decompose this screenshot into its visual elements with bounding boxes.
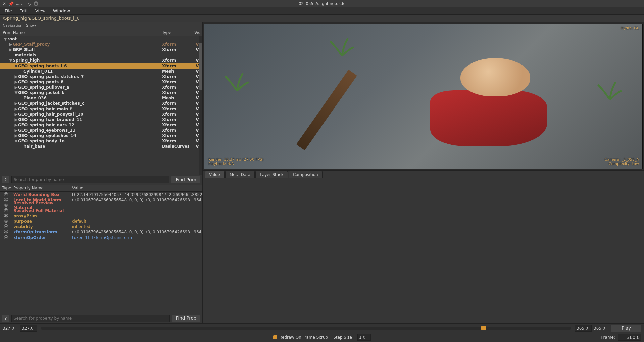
tab-layerstack[interactable]: Layer Stack <box>255 171 288 178</box>
menu-view[interactable]: View <box>32 8 49 14</box>
prop-search-help[interactable]: ? <box>2 315 9 322</box>
frame-input[interactable] <box>618 334 641 341</box>
scrollbar-thumb[interactable] <box>199 43 202 90</box>
tree-row[interactable]: ▶GEO_spring_pullover_aXformV <box>0 85 202 90</box>
property-row[interactable]: ⒸWorld Bounding Box[(-22.149101755044057… <box>0 192 202 197</box>
tree-row[interactable]: ▶GEO_spring_eyebrows_13XformV <box>0 128 202 133</box>
expand-arrow-icon[interactable]: ▶ <box>9 42 13 47</box>
prim-name: GEO_spring_pants_8 <box>18 80 162 84</box>
props-col-name[interactable]: Property Name <box>13 186 72 190</box>
prim-search-help[interactable]: ? <box>2 176 9 183</box>
tree-row[interactable]: ▶GRP_Staff_proxyXformV <box>0 42 202 47</box>
maximize-icon[interactable]: ◇ <box>27 1 32 6</box>
play-button[interactable]: Play <box>611 325 641 332</box>
expand-arrow-icon[interactable]: ▶ <box>14 117 18 122</box>
prim-type: Xform <box>162 63 192 68</box>
expand-arrow-icon[interactable]: ▶ <box>14 112 18 117</box>
tree-col-vis[interactable]: Vis <box>192 30 202 35</box>
tree-body[interactable]: ▼root▶GRP_Staff_proxyXformV▶GRP_StaffXfo… <box>0 36 202 175</box>
tree-row[interactable]: ▶GEO_spring_hair_main_fXformV <box>0 106 202 112</box>
expand-arrow-icon[interactable]: ▶ <box>14 80 18 84</box>
property-row[interactable]: Ⓐpurposedefault <box>0 219 202 224</box>
property-row[interactable]: ⒸResolved Full Material <box>0 208 202 213</box>
tree-row[interactable]: Plane_036MeshV <box>0 95 202 101</box>
tree-row[interactable]: ▼root <box>0 36 202 42</box>
prim-name: Plane_036 <box>23 96 162 100</box>
expand-arrow-icon[interactable]: ▶ <box>9 47 13 52</box>
menu-window[interactable]: Window <box>50 8 73 14</box>
prim-name: Spring_high <box>13 58 162 63</box>
tree-row[interactable]: ▶GEO_spring_jacket_stitches_cXformV <box>0 101 202 106</box>
expand-arrow-icon[interactable]: ▼ <box>14 139 18 143</box>
tree-row[interactable]: hair_baseBasisCurvesV <box>0 144 202 149</box>
tree-row[interactable]: ▼Spring_highXformV <box>0 58 202 63</box>
expand-arrow-icon[interactable]: ▼ <box>14 90 18 95</box>
prim-name: Cylinder_011 <box>23 69 162 74</box>
tree-row[interactable]: ▶GEO_spring_pants_stitches_7XformV <box>0 74 202 79</box>
expand-arrow-icon[interactable]: ▶ <box>14 128 18 133</box>
property-value: default <box>72 219 202 224</box>
property-name: xformOp:transform <box>13 230 72 234</box>
timeline-thumb[interactable] <box>481 326 486 330</box>
timeline-start-input[interactable] <box>20 325 37 332</box>
tree-col-type[interactable]: Type <box>162 30 192 35</box>
step-size-input[interactable] <box>357 334 371 341</box>
property-row[interactable]: ⒶxformOp:transform( (0.01067964266985654… <box>0 229 202 235</box>
property-row[interactable]: ⓇproxyPrim <box>0 213 202 219</box>
expand-arrow-icon[interactable]: ▶ <box>14 133 18 138</box>
chevron-up-icon[interactable]: ︽ <box>15 1 20 6</box>
tree-row[interactable]: ▶GRP_StaffXformV <box>0 47 202 52</box>
expand-arrow-icon[interactable]: ▶ <box>14 123 18 127</box>
menu-file[interactable]: File <box>1 8 15 14</box>
minimize-icon[interactable]: ⌄ <box>20 1 25 6</box>
tree-row[interactable]: ▶GEO_spring_hair_braided_11XformV <box>0 117 202 122</box>
tree-row[interactable]: ▶GEO_spring_hair_ponytail_10XformV <box>0 112 202 117</box>
tree-row[interactable]: ▶GEO_spring_eyelashes_14XformV <box>0 133 202 138</box>
nav-show[interactable]: Show <box>26 23 36 28</box>
tree-row[interactable]: ▶GEO_spring_hair_ears_12XformV <box>0 122 202 128</box>
expand-arrow-icon[interactable]: ▶ <box>14 106 18 111</box>
expand-arrow-icon[interactable]: ▶ <box>14 101 18 106</box>
prim-type: Xform <box>162 112 192 117</box>
viewport-render-stats: Render: 36.37 ms (27.50 FPS) Playback: N… <box>208 157 264 166</box>
property-row[interactable]: ⒶxformOpOrdertoken[1]: [xformOp:transfor… <box>0 235 202 240</box>
expand-arrow-icon[interactable]: ▼ <box>9 58 13 63</box>
tab-metadata[interactable]: Meta Data <box>225 171 255 178</box>
prim-search-input[interactable] <box>11 176 169 183</box>
tree-row[interactable]: _materials <box>0 52 202 58</box>
scrollbar-track[interactable] <box>199 36 202 175</box>
find-prim-button[interactable]: Find Prim <box>171 176 200 183</box>
tree-row[interactable]: ▼GEO_spring_body_1eXformV <box>0 138 202 144</box>
timeline-end-input[interactable] <box>575 325 592 332</box>
expand-arrow-icon[interactable]: ▼ <box>3 37 7 41</box>
timeline-track[interactable] <box>41 327 571 330</box>
close-icon[interactable]: ✕ <box>34 1 38 6</box>
viewport-3d[interactable]: Hydra: GL Render: 36.37 ms (27.50 FPS) P… <box>204 24 643 169</box>
property-value: ( (0.010679642669856548, 0, 0, 0), (0, 0… <box>72 230 202 234</box>
tree-row[interactable]: Cylinder_011MeshV <box>0 69 202 74</box>
prim-type: Xform <box>162 80 192 84</box>
tab-composition[interactable]: Composition <box>289 171 323 178</box>
prop-search-input[interactable] <box>11 315 170 322</box>
find-prop-button[interactable]: Find Prop <box>172 315 200 322</box>
viewport-hydra-label: Hydra: GL <box>621 26 639 30</box>
props-body[interactable]: ⒸWorld Bounding Box[(-22.149101755044057… <box>0 192 202 313</box>
nav-navigation[interactable]: Navigation <box>3 23 22 28</box>
tree-col-name[interactable]: Prim Name <box>0 30 162 35</box>
props-col-value[interactable]: Value <box>72 186 202 190</box>
property-row[interactable]: Ⓐvisibilityinherited <box>0 224 202 229</box>
tab-value[interactable]: Value <box>205 171 225 178</box>
expand-arrow-icon[interactable]: ▶ <box>14 74 18 79</box>
prim-type: Mesh <box>162 96 192 100</box>
pin-icon[interactable]: 📌 <box>9 1 13 6</box>
expand-arrow-icon[interactable]: ▼ <box>14 63 18 68</box>
property-row[interactable]: ⒸResolved Preview Material <box>0 203 202 208</box>
breadcrumb[interactable]: /Spring_high/GEO_spring_boots_l_6 <box>0 15 644 22</box>
props-col-type[interactable]: Type <box>0 186 13 190</box>
menu-edit[interactable]: Edit <box>16 8 31 14</box>
expand-arrow-icon[interactable]: ▶ <box>14 85 18 90</box>
tree-row[interactable]: ▶GEO_spring_pants_8XformV <box>0 79 202 85</box>
tree-row[interactable]: ▼GEO_spring_boots_l_6XformV <box>0 63 202 69</box>
redraw-checkbox[interactable] <box>273 335 277 339</box>
tree-row[interactable]: ▼GEO_spring_jacket_bXformV <box>0 90 202 95</box>
